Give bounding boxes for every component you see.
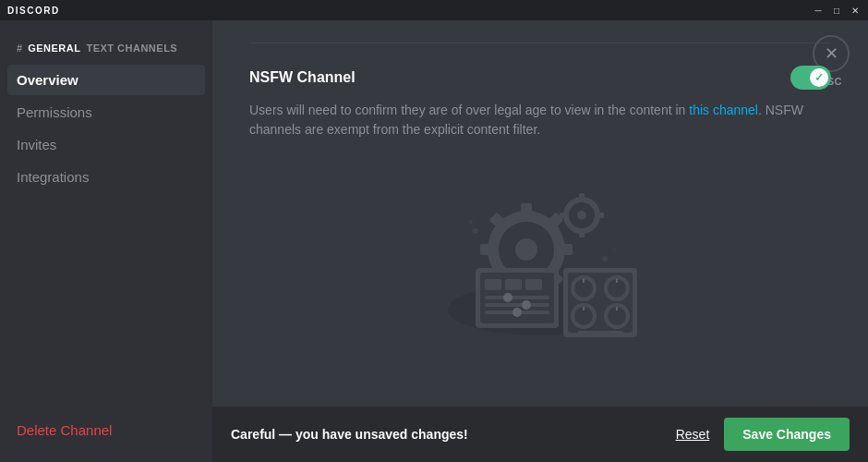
svg-point-46 — [469, 220, 473, 224]
toggle-thumb: ✓ — [810, 68, 828, 87]
svg-point-28 — [522, 300, 531, 310]
nsfw-description-part1: Users will need to confirm they are of o… — [249, 103, 689, 117]
settings-illustration-svg — [420, 180, 660, 346]
sidebar-item-delete-channel[interactable]: Delete Channel — [7, 415, 205, 445]
sidebar-item-overview[interactable]: Overview — [7, 65, 205, 95]
svg-point-27 — [503, 293, 512, 302]
svg-rect-24 — [485, 296, 549, 299]
channel-hash-icon: # — [17, 43, 22, 54]
svg-rect-23 — [525, 279, 542, 290]
sidebar-item-permissions[interactable]: Permissions — [7, 97, 205, 128]
minimize-button[interactable]: ─ — [813, 5, 824, 16]
svg-point-14 — [577, 211, 586, 220]
channel-illustration — [249, 162, 831, 383]
reset-button[interactable]: Reset — [676, 427, 710, 442]
unsaved-actions: Reset Save Changes — [676, 418, 850, 451]
nsfw-row: NSFW Channel ✓ — [249, 66, 831, 90]
titlebar: DISCORD ─ □ ✕ — [0, 0, 868, 20]
content-area: ✕ ESC NSFW Channel ✓ Users wi — [212, 20, 868, 462]
toggle-check-icon: ✓ — [814, 71, 824, 84]
svg-rect-15 — [579, 193, 585, 201]
toggle-track[interactable]: ✓ — [790, 66, 831, 90]
save-changes-button[interactable]: Save Changes — [724, 418, 850, 451]
svg-rect-21 — [485, 279, 501, 290]
sidebar: # GENERAL TEXT CHANNELS Overview Permiss… — [0, 20, 212, 462]
top-divider — [249, 43, 831, 43]
svg-point-45 — [473, 228, 478, 234]
sidebar-header: # GENERAL TEXT CHANNELS — [7, 35, 205, 61]
close-button[interactable]: ✕ — [850, 5, 861, 16]
main-container: # GENERAL TEXT CHANNELS Overview Permiss… — [0, 20, 868, 462]
svg-rect-7 — [558, 244, 573, 255]
channel-name: GENERAL — [28, 43, 80, 54]
nsfw-section: NSFW Channel ✓ Users will need to confir… — [249, 66, 831, 140]
maximize-button[interactable]: □ — [831, 5, 842, 16]
unsaved-changes-bar: Careful — you have unsaved changes! Rese… — [212, 407, 868, 462]
svg-rect-6 — [480, 244, 495, 255]
unsaved-message: Careful — you have unsaved changes! — [231, 427, 468, 442]
svg-rect-4 — [521, 203, 532, 218]
svg-point-48 — [612, 248, 616, 251]
content-scroll: ✕ ESC NSFW Channel ✓ Users wi — [212, 20, 868, 407]
svg-rect-16 — [579, 230, 585, 237]
svg-rect-25 — [485, 303, 549, 307]
app-logo: DISCORD — [7, 6, 60, 16]
nsfw-description: Users will need to confirm they are of o… — [249, 101, 803, 140]
nsfw-description-link: this channel — [689, 103, 758, 117]
sidebar-item-integrations[interactable]: Integrations — [7, 162, 205, 192]
svg-point-29 — [512, 308, 522, 317]
window-controls: ─ □ ✕ — [813, 5, 861, 16]
svg-rect-22 — [505, 279, 522, 290]
channel-type-label: TEXT CHANNELS — [86, 43, 177, 54]
svg-point-47 — [602, 256, 608, 261]
nsfw-title: NSFW Channel — [249, 69, 356, 86]
sidebar-item-invites[interactable]: Invites — [7, 129, 205, 160]
svg-rect-18 — [597, 213, 604, 218]
svg-rect-44 — [577, 331, 623, 336]
nsfw-toggle[interactable]: ✓ — [790, 66, 831, 90]
svg-rect-17 — [560, 213, 567, 218]
svg-point-3 — [515, 238, 537, 261]
